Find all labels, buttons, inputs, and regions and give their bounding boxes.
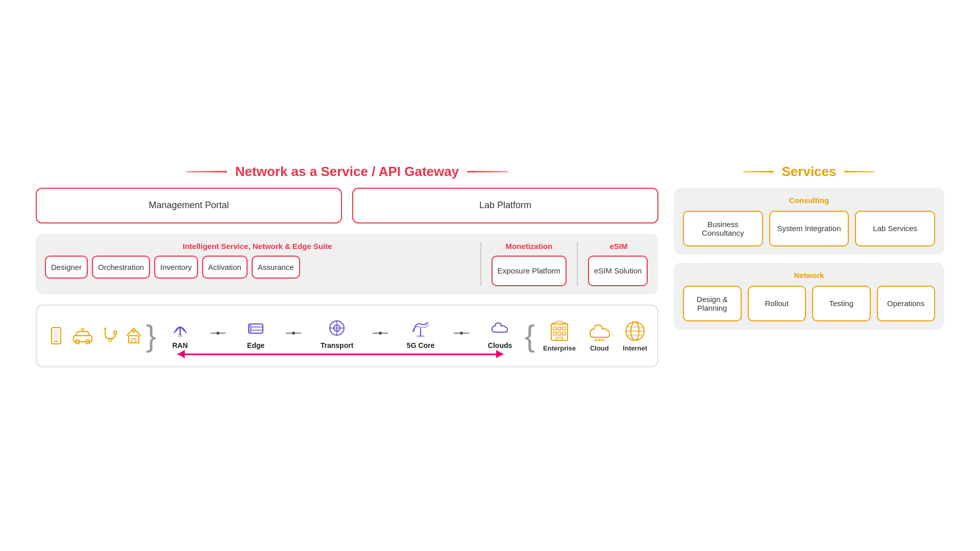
naas-title: Network as a Service / API Gateway — [235, 164, 459, 180]
naas-line-left — [186, 171, 227, 172]
double-arrow — [178, 354, 504, 355]
node-5gcore: 5G Core — [407, 317, 434, 349]
isne-items: Designer Orchestration Inventory Activat… — [45, 256, 470, 279]
svg-rect-39 — [553, 332, 556, 335]
node-clouds-label: Clouds — [488, 341, 512, 349]
endpoint-cloud: Cloud — [588, 320, 610, 352]
svg-rect-12 — [132, 339, 136, 343]
endpoint-enterprise-label: Enterprise — [543, 344, 576, 352]
svg-rect-32 — [416, 335, 425, 337]
isne-block: Intelligent Service, Network & Edge Suit… — [45, 242, 470, 286]
naas-header: Network as a Service / API Gateway — [36, 164, 658, 180]
car-icon — [71, 327, 94, 345]
isne-item-designer: Designer — [45, 256, 88, 279]
phone-icon — [47, 327, 65, 345]
network-items: Design & Planning Rollout Testing Operat… — [683, 286, 935, 321]
esim-items: eSIM Solution — [588, 256, 649, 286]
svg-rect-11 — [129, 336, 139, 343]
svg-rect-40 — [558, 332, 561, 335]
endpoint-enterprise: Enterprise — [543, 320, 576, 352]
esim-label: eSIM — [588, 242, 649, 251]
house-icon — [125, 327, 143, 345]
isne-item-orchestration: Orchestration — [92, 256, 150, 279]
divider-2 — [577, 242, 578, 286]
divider-1 — [480, 242, 481, 286]
svg-point-21 — [250, 324, 252, 326]
svg-point-17 — [216, 332, 219, 335]
endpoint-cloud-label: Cloud — [590, 344, 609, 352]
network-card: Network Design & Planning Rollout Testin… — [674, 263, 944, 330]
node-ran: RAN — [169, 317, 191, 349]
svg-point-31 — [379, 332, 382, 335]
right-bracket: { — [525, 318, 535, 354]
svg-point-7 — [114, 331, 117, 334]
left-bracket: } — [146, 318, 156, 354]
node-transport-label: Transport — [321, 341, 354, 349]
node-edge: Edge — [244, 317, 267, 349]
device-icons-group — [47, 327, 143, 345]
top-boxes: Management Portal Lab Platform — [36, 188, 658, 223]
service-operations: Operations — [877, 286, 936, 321]
monetization-label: Monetization — [492, 242, 567, 251]
svg-rect-2 — [53, 330, 59, 339]
network-diagram: } RAN — [36, 305, 658, 367]
isne-label: Intelligent Service, Network & Edge Suit… — [45, 242, 470, 251]
svg-point-25 — [292, 332, 295, 335]
svg-rect-38 — [562, 327, 566, 330]
right-panel: Services Consulting Business Consultancy… — [674, 164, 944, 330]
left-panel: Network as a Service / API Gateway Manag… — [36, 164, 658, 367]
isne-item-activation: Activation — [202, 256, 248, 279]
consulting-label: Consulting — [683, 196, 935, 205]
node-ran-label: RAN — [173, 341, 188, 349]
service-design-planning: Design & Planning — [683, 286, 742, 321]
management-portal-box: Management Portal — [36, 188, 342, 223]
svg-rect-37 — [558, 327, 561, 330]
service-testing: Testing — [812, 286, 871, 321]
exposure-platform-box: Exposure Platform — [492, 256, 567, 286]
node-5gcore-label: 5G Core — [407, 341, 434, 349]
lab-platform-box: Lab Platform — [352, 188, 658, 223]
monetization-items: Exposure Platform — [492, 256, 567, 286]
naas-line-right — [467, 171, 508, 172]
nodes-row: RAN Edge — [159, 317, 522, 349]
service-rollout: Rollout — [748, 286, 806, 321]
services-title: Services — [782, 164, 837, 180]
isne-section: Intelligent Service, Network & Edge Suit… — [36, 234, 658, 294]
svg-rect-15 — [178, 334, 182, 337]
esim-solution-box: eSIM Solution — [588, 256, 648, 286]
node-transport: Transport — [321, 317, 354, 349]
network-label: Network — [683, 271, 935, 280]
endpoint-internet: Internet — [623, 320, 647, 352]
stethoscope-icon — [100, 327, 118, 345]
consulting-card: Consulting Business Consultancy System I… — [674, 188, 944, 255]
endpoint-internet-label: Internet — [623, 344, 647, 352]
svg-point-22 — [250, 328, 252, 329]
main-container: Network as a Service / API Gateway Manag… — [36, 164, 944, 367]
service-system-integration: System Integration — [769, 211, 849, 246]
services-header: Services — [674, 164, 944, 180]
svg-point-34 — [460, 332, 463, 335]
service-lab-services: Lab Services — [855, 211, 935, 246]
consulting-items: Business Consultancy System Integration … — [683, 211, 935, 246]
svg-point-6 — [82, 331, 83, 332]
svg-point-13 — [133, 333, 134, 334]
monetization-block: Monetization Exposure Platform — [492, 242, 567, 286]
svg-rect-41 — [562, 332, 566, 335]
node-edge-label: Edge — [247, 341, 264, 349]
endpoint-icons: Enterprise Cloud — [543, 320, 647, 352]
services-line-left — [743, 171, 774, 172]
node-clouds: Clouds — [488, 317, 512, 349]
svg-rect-1 — [54, 341, 58, 342]
isne-item-assurance: Assurance — [252, 256, 300, 279]
network-nodes: RAN Edge — [159, 317, 522, 355]
service-business-consultancy: Business Consultancy — [683, 211, 763, 246]
svg-rect-36 — [553, 327, 556, 330]
svg-point-23 — [250, 331, 252, 332]
esim-block: eSIM eSIM Solution — [588, 242, 649, 286]
services-line-right — [844, 171, 875, 172]
isne-item-inventory: Inventory — [154, 256, 198, 279]
